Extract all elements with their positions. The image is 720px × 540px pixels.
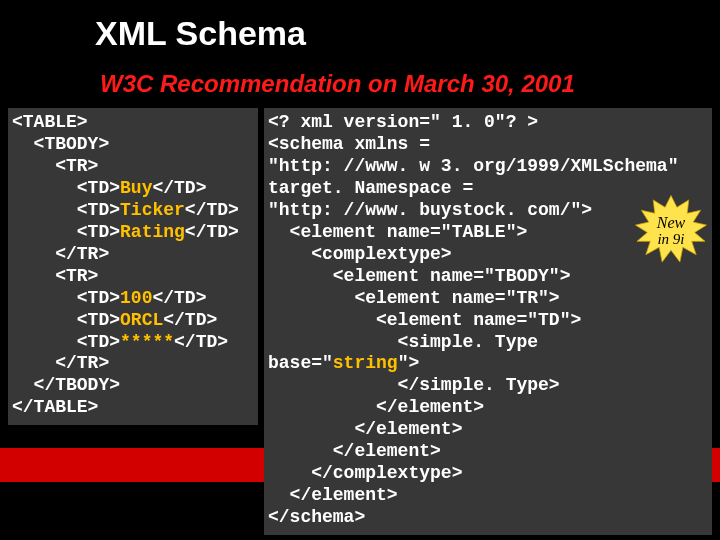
code-line: <TR> [12, 266, 98, 286]
burst-line1: New [657, 215, 685, 232]
code-line: </TD> [163, 310, 217, 330]
code-line: <TD> [12, 200, 120, 220]
code-line: <element name="TBODY"> [268, 266, 570, 286]
code-block-left: <TABLE> <TBODY> <TR> <TD>Buy</TD> <TD>Ti… [8, 108, 258, 425]
code-token: 100 [120, 288, 152, 308]
code-line: </TD> [185, 200, 239, 220]
code-line: </TD> [174, 332, 228, 352]
code-line: </element> [268, 485, 398, 505]
code-token: Ticker [120, 200, 185, 220]
code-line: </TD> [152, 288, 206, 308]
code-line: </TBODY> [12, 375, 120, 395]
burst-line2: in 9i [657, 232, 684, 248]
code-line: <element name="TABLE"> [268, 222, 527, 242]
code-line: <TR> [12, 156, 98, 176]
code-line: "http: //www. w 3. org/1999/XMLSchema" [268, 156, 678, 176]
slide-subtitle: W3C Recommendation on March 30, 2001 [100, 70, 575, 98]
code-line: <element name="TR"> [268, 288, 560, 308]
code-line: <TD> [12, 332, 120, 352]
code-line: <complextype> [268, 244, 452, 264]
code-line: </simple. Type> [268, 375, 560, 395]
code-token: ***** [120, 332, 174, 352]
code-line: <TD> [12, 222, 120, 242]
code-line: <element name="TD"> [268, 310, 581, 330]
starburst-badge: New in 9i [634, 194, 708, 268]
code-line: </TR> [12, 244, 109, 264]
code-token: string [333, 353, 398, 373]
code-line: </TABLE> [12, 397, 98, 417]
code-token: ORCL [120, 310, 163, 330]
code-line: target. Namespace = [268, 178, 473, 198]
code-line: <TD> [12, 288, 120, 308]
code-line: </element> [268, 441, 441, 461]
starburst-text: New in 9i [634, 194, 708, 268]
slide-title: XML Schema [95, 14, 306, 53]
code-line: <? xml version=" 1. 0"? > [268, 112, 538, 132]
code-line: base=" [268, 353, 333, 373]
code-line: </TR> [12, 353, 109, 373]
code-line: </schema> [268, 507, 365, 527]
code-token: Rating [120, 222, 185, 242]
code-line: <simple. Type [268, 332, 538, 352]
code-line: </element> [268, 397, 484, 417]
code-line: "> [398, 353, 420, 373]
code-line: "http: //www. buystock. com/"> [268, 200, 592, 220]
code-line: </element> [268, 419, 462, 439]
code-line: <TABLE> [12, 112, 88, 132]
code-line: <TD> [12, 310, 120, 330]
code-line: </TD> [152, 178, 206, 198]
code-block-right: <? xml version=" 1. 0"? > <schema xmlns … [264, 108, 712, 535]
code-line: <TBODY> [12, 134, 109, 154]
code-token: Buy [120, 178, 152, 198]
code-line: <schema xmlns = [268, 134, 430, 154]
code-line: </complextype> [268, 463, 462, 483]
code-line: </TD> [185, 222, 239, 242]
code-line: <TD> [12, 178, 120, 198]
